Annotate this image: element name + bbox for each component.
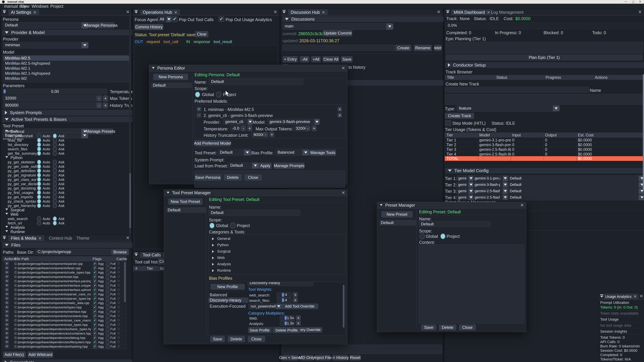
weight-web-search-slider[interactable]: 4: [277, 292, 292, 298]
browse-button[interactable]: Browse: [111, 249, 129, 255]
scope-global-radio[interactable]: [195, 91, 200, 97]
pm-hist-input[interactable]: 900000: [251, 132, 264, 137]
tpm-close-button[interactable]: Close: [248, 336, 265, 342]
files-table-scrollbar[interactable]: [124, 262, 126, 302]
tier-preset-select[interactable]: Default: [508, 175, 644, 181]
category-analysis[interactable]: Analysis: [217, 262, 231, 266]
full-checkbox[interactable]: ✔: [106, 314, 110, 318]
tool-auto-radio[interactable]: [37, 151, 41, 156]
agg-checkbox[interactable]: ✔: [93, 262, 97, 266]
tool-category-header[interactable]: Analysis: [5, 225, 25, 230]
panel-close-icon[interactable]: ✕: [126, 236, 130, 240]
close-persona-button[interactable]: Close: [244, 174, 262, 181]
agg-checkbox[interactable]: ✔: [93, 314, 97, 318]
tool-category-header[interactable]: Web: [5, 212, 18, 217]
new-preset-button[interactable]: New Preset: [381, 211, 413, 218]
discussion-name-input[interactable]: [282, 45, 395, 51]
full-checkbox[interactable]: ✔: [106, 297, 110, 301]
bias-box-scrollbar[interactable]: [343, 285, 344, 328]
full-checkbox[interactable]: ✔: [106, 266, 110, 270]
tab-close-icon[interactable]: ✕: [322, 10, 325, 14]
full-checkbox[interactable]: ✔: [106, 319, 110, 323]
remove-file-button[interactable]: x: [5, 301, 9, 304]
tool-category-header[interactable]: Runtime: [5, 230, 25, 234]
agg-checkbox[interactable]: ✔: [93, 275, 97, 279]
tier-provider-select[interactable]: gemini_cli: [457, 195, 474, 200]
rename-discussion-button[interactable]: Rename: [414, 45, 432, 51]
agg-checkbox[interactable]: ✔: [93, 288, 97, 292]
new-profile-button[interactable]: New Profile: [210, 284, 245, 290]
pop-out-usage-checkbox[interactable]: ✔: [218, 16, 224, 22]
full-checkbox[interactable]: ✔: [106, 284, 110, 288]
agg-checkbox[interactable]: ✔: [93, 279, 97, 283]
remove-file-button[interactable]: x: [5, 323, 9, 326]
remove-file-button[interactable]: x: [5, 297, 9, 300]
tier-preset-select[interactable]: Default: [508, 188, 644, 194]
full-checkbox[interactable]: ✔: [106, 323, 110, 327]
tier-model-select[interactable]: gemini-2.5-flash-lite: [473, 195, 508, 200]
minimize-button[interactable]: —: [624, 0, 627, 3]
track-desc-textarea[interactable]: [445, 94, 644, 105]
tab-log-management[interactable]: Log Management: [488, 9, 526, 15]
tool-ask-radio[interactable]: [53, 221, 57, 226]
panel-pin-icon[interactable]: [134, 10, 138, 14]
remove-file-button[interactable]: x: [5, 292, 9, 296]
weight-remove-button[interactable]: x: [293, 298, 298, 303]
maximize-button[interactable]: ▢: [632, 0, 634, 3]
scope-project-radio[interactable]: [230, 223, 236, 229]
full-checkbox[interactable]: ✔: [106, 275, 110, 279]
pm-model-select[interactable]: gemini-3-flash-preview: [267, 119, 320, 125]
remove-file-button[interactable]: x: [5, 262, 9, 265]
panel-close-icon[interactable]: ✕: [274, 10, 277, 14]
weight-search-files-slider[interactable]: 4: [277, 298, 292, 303]
agg-checkbox[interactable]: ✔: [93, 266, 97, 270]
tier-provider-select[interactable]: gemini_cli: [457, 188, 474, 194]
mult-remove-button[interactable]: x: [296, 321, 301, 326]
add-all-button[interactable]: +All: [311, 56, 321, 62]
agg-checkbox[interactable]: ✔: [93, 323, 97, 327]
model-remove-button[interactable]: x: [338, 113, 342, 117]
panel-close-icon[interactable]: ✕: [437, 10, 440, 14]
tool-category-header[interactable]: General: [5, 129, 24, 134]
tab-close-icon[interactable]: ✕: [38, 236, 42, 241]
epic-planning-textarea[interactable]: [446, 42, 643, 53]
full-checkbox[interactable]: ✔: [106, 336, 110, 340]
tab-files-media[interactable]: Files & Media✕: [8, 235, 44, 241]
scope-project-radio[interactable]: [216, 91, 221, 97]
panel-close-icon[interactable]: ✕: [640, 294, 643, 298]
agg-checkbox[interactable]: ✔: [93, 340, 97, 344]
panel-pin-icon[interactable]: [134, 253, 138, 256]
pm-close-button[interactable]: Close: [459, 325, 476, 331]
remove-file-button[interactable]: x: [5, 279, 9, 283]
menu-view[interactable]: View: [20, 4, 30, 9]
panel-pin-icon[interactable]: [282, 10, 286, 14]
full-checkbox[interactable]: ✔: [106, 332, 110, 336]
model-reorder-down-button[interactable]: -: [196, 113, 201, 117]
tab-close-icon[interactable]: ✕: [174, 10, 177, 14]
add-tool-override-button[interactable]: Add Tool Override: [281, 304, 318, 309]
track-name-input[interactable]: [445, 87, 589, 93]
category-surgical[interactable]: Surgical: [217, 249, 230, 254]
tool-preset-list-item[interactable]: Default: [166, 207, 206, 213]
menu-windows[interactable]: Windows: [32, 4, 48, 9]
menu-project[interactable]: Project: [50, 4, 64, 9]
agg-checkbox[interactable]: ✔: [93, 305, 97, 309]
dialog-close-icon[interactable]: ✕: [342, 191, 345, 195]
message-compose-input[interactable]: [282, 345, 442, 354]
dialog-titlebar[interactable]: Persona Editor ✕: [149, 65, 347, 71]
dialog-close-icon[interactable]: ✕: [520, 203, 524, 207]
tpm-delete-button[interactable]: Delete: [228, 336, 245, 342]
tier-preset-select[interactable]: Default: [508, 182, 644, 188]
panel-pin-icon[interactable]: [446, 10, 450, 14]
files-section-header[interactable]: Files: [2, 242, 132, 248]
remove-file-button[interactable]: x: [5, 266, 9, 270]
tab-discussion-hub[interactable]: Discussion Hub✕: [288, 9, 328, 15]
remove-file-button[interactable]: x: [5, 336, 9, 339]
remove-file-button[interactable]: x: [5, 275, 9, 278]
mult-web-slider[interactable]: 1.5x: [280, 315, 295, 321]
delete-profile-button[interactable]: Delete Profile: [273, 328, 300, 333]
agg-checkbox[interactable]: ✔: [93, 271, 97, 275]
save-profile-button[interactable]: Save Profile: [248, 328, 271, 333]
profile-execution-focused[interactable]: Execution-Focused: [210, 304, 246, 309]
dialog-titlebar[interactable]: Tool Preset Manager ✕: [164, 190, 347, 196]
